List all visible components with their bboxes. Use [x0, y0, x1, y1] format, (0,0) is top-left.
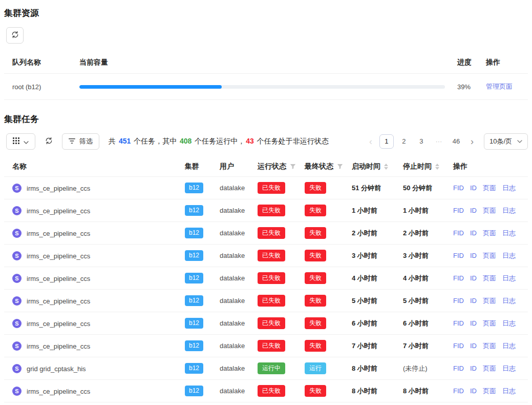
- action-link-page[interactable]: 页面: [483, 364, 496, 372]
- sort-toggle-icon[interactable]: [435, 164, 439, 170]
- avatar: S: [12, 206, 22, 215]
- action-link-fid[interactable]: FID: [453, 319, 464, 327]
- user-cell: datalake: [211, 177, 249, 199]
- pagination-page-46[interactable]: 46: [449, 134, 463, 149]
- running-task-count: 408: [180, 137, 191, 145]
- action-link-id[interactable]: ID: [470, 252, 477, 259]
- user-cell: datalake: [211, 312, 249, 335]
- resources-toolbar: [6, 27, 528, 44]
- final-status-badge: 失败: [305, 317, 326, 329]
- cluster-badge: b12: [185, 340, 203, 351]
- actions-cell: FIDID页面日志: [445, 290, 528, 312]
- task-row: Sirms_ce_pipeline_ccs b12 datalake 已失败 失…: [4, 245, 528, 267]
- tasks-refresh-button[interactable]: [41, 133, 56, 150]
- stop-time: 3 小时前: [395, 245, 445, 267]
- start-time: 6 小时前: [344, 312, 395, 335]
- final-status-badge: 失败: [305, 250, 326, 261]
- action-link-log[interactable]: 日志: [502, 387, 516, 395]
- user-cell: datalake: [211, 290, 249, 312]
- summary-text: 共: [109, 137, 118, 145]
- user-cell: datalake: [211, 267, 249, 290]
- action-link-id[interactable]: ID: [470, 319, 477, 327]
- action-link-log[interactable]: 日志: [502, 364, 516, 372]
- tasks-section-title: 集群任务: [4, 113, 528, 125]
- action-link-log[interactable]: 日志: [502, 184, 516, 192]
- task-row: Sirms_ce_pipeline_ccs b12 datalake 已失败 失…: [4, 380, 528, 402]
- res-header-queue-name: 队列名称: [4, 52, 71, 74]
- action-link-page[interactable]: 页面: [483, 342, 496, 350]
- action-link-id[interactable]: ID: [470, 297, 477, 305]
- action-link-log[interactable]: 日志: [502, 207, 516, 214]
- page-size-label: 10条/页: [490, 137, 512, 146]
- action-link-page[interactable]: 页面: [483, 274, 496, 282]
- filter-button-label: 筛选: [79, 137, 93, 146]
- action-link-page[interactable]: 页面: [483, 229, 496, 237]
- action-link-fid[interactable]: FID: [453, 184, 464, 192]
- task-name: irms_ce_pipeline_ccs: [27, 387, 90, 395]
- pagination-prev-button[interactable]: ‹: [365, 134, 376, 149]
- action-link-log[interactable]: 日志: [502, 319, 516, 327]
- action-link-fid[interactable]: FID: [453, 252, 464, 259]
- stop-time: 50 分钟前: [395, 177, 445, 199]
- start-time: 1 小时前: [344, 199, 395, 222]
- action-link-id[interactable]: ID: [470, 364, 477, 372]
- action-link-fid[interactable]: FID: [453, 342, 464, 350]
- action-link-log[interactable]: 日志: [502, 342, 516, 350]
- action-link-page[interactable]: 页面: [483, 184, 496, 192]
- pagination-page-1[interactable]: 1: [379, 134, 394, 149]
- capacity-progress-fill: [79, 85, 222, 89]
- header-start-time: 启动时间: [344, 157, 395, 177]
- action-link-page[interactable]: 页面: [483, 252, 496, 259]
- action-link-fid[interactable]: FID: [453, 364, 464, 372]
- action-link-page[interactable]: 页面: [483, 319, 496, 327]
- action-link-log[interactable]: 日志: [502, 274, 516, 282]
- filter-button[interactable]: 筛选: [62, 133, 99, 150]
- action-link-id[interactable]: ID: [470, 274, 477, 282]
- action-link-id[interactable]: ID: [470, 184, 477, 192]
- final-status-badge: 失败: [305, 295, 326, 307]
- avatar: S: [12, 364, 22, 373]
- filter-funnel-icon[interactable]: [290, 164, 296, 170]
- manage-page-link[interactable]: 管理页面: [486, 83, 513, 90]
- user-cell: datalake: [211, 380, 249, 402]
- action-link-page[interactable]: 页面: [483, 297, 496, 305]
- header-final-status: 最终状态: [296, 157, 344, 177]
- cluster-badge: b12: [185, 250, 203, 261]
- action-link-id[interactable]: ID: [470, 342, 477, 350]
- action-link-log[interactable]: 日志: [502, 252, 516, 259]
- action-link-page[interactable]: 页面: [483, 207, 496, 214]
- actions-cell: FIDID页面日志: [445, 335, 528, 357]
- pagination-page-2[interactable]: 2: [397, 134, 411, 149]
- action-link-fid[interactable]: FID: [453, 297, 464, 305]
- res-header-capacity: 当前容量: [71, 52, 449, 74]
- user-cell: datalake: [211, 199, 249, 222]
- action-link-fid[interactable]: FID: [453, 207, 464, 214]
- action-link-fid[interactable]: FID: [453, 387, 464, 395]
- pagination-next-button[interactable]: ›: [466, 134, 478, 149]
- pagination-page-3[interactable]: 3: [414, 134, 429, 149]
- action-link-page[interactable]: 页面: [483, 387, 496, 395]
- action-link-fid[interactable]: FID: [453, 229, 464, 237]
- actions-cell: FIDID页面日志: [445, 267, 528, 290]
- user-cell: datalake: [211, 222, 249, 245]
- resources-refresh-button[interactable]: [6, 27, 24, 44]
- column-layout-button[interactable]: [6, 133, 35, 150]
- sort-toggle-icon[interactable]: [384, 164, 388, 170]
- avatar: S: [12, 387, 22, 396]
- action-link-fid[interactable]: FID: [453, 274, 464, 282]
- actions-cell: FIDID页面日志: [445, 380, 528, 402]
- nonrunning-task-count: 43: [246, 137, 254, 145]
- resources-table: 队列名称 当前容量 进度 操作 root (b12) 39% 管理页面: [4, 52, 528, 100]
- actions-cell: FIDID页面日志: [445, 245, 528, 267]
- action-link-log[interactable]: 日志: [502, 297, 516, 305]
- final-status-badge: 失败: [305, 205, 326, 216]
- action-link-id[interactable]: ID: [470, 229, 477, 237]
- page-size-select[interactable]: 10条/页: [484, 133, 528, 150]
- stop-time: 6 小时前: [395, 312, 445, 335]
- stop-time: (未停止): [395, 357, 445, 380]
- stop-time: 2 小时前: [395, 222, 445, 245]
- filter-funnel-icon[interactable]: [337, 164, 343, 170]
- action-link-id[interactable]: ID: [470, 207, 477, 214]
- action-link-log[interactable]: 日志: [502, 229, 516, 237]
- action-link-id[interactable]: ID: [470, 387, 477, 395]
